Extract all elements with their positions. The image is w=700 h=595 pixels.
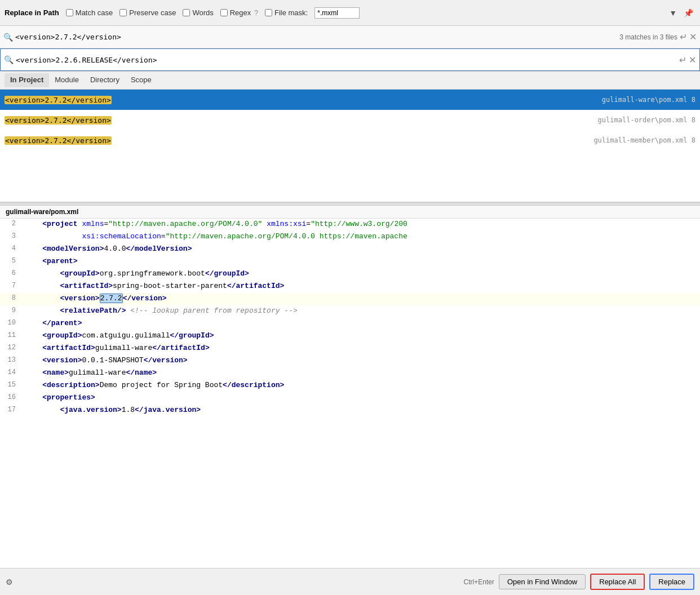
tab-module[interactable]: Module bbox=[49, 73, 85, 87]
code-line-8: 8 <version>2.7.2</version> bbox=[0, 293, 700, 305]
replace-button[interactable]: Replace bbox=[649, 574, 694, 590]
code-line-6: 6 <groupId>org.springframework.boot</gro… bbox=[0, 268, 700, 281]
result-file-1: gulimall-order\pom.xml 8 bbox=[598, 116, 695, 124]
scope-tabs: In Project Module Directory Scope bbox=[0, 72, 700, 90]
file-mask-checkbox-group[interactable]: File mask: bbox=[265, 8, 308, 17]
search-section: 🔍 3 matches in 3 files ↵ ✕ 🔍 ↵ ✕ bbox=[0, 26, 700, 72]
code-line-13: 13 <version>0.0.1-SNAPSHOT</version> bbox=[0, 355, 700, 367]
line-number: 13 bbox=[0, 355, 23, 364]
match-case-label: Match case bbox=[76, 8, 113, 17]
preserve-case-checkbox-group[interactable]: Preserve case bbox=[119, 8, 176, 17]
file-path-prefix: gulimall-ware/ bbox=[6, 208, 51, 216]
line-number: 4 bbox=[0, 243, 23, 252]
code-content: <properties> bbox=[23, 392, 700, 403]
find-clear-icon[interactable]: ✕ bbox=[689, 32, 697, 42]
result-file-0: gulimall-ware\pom.xml 8 bbox=[602, 96, 695, 104]
line-number: 17 bbox=[0, 405, 23, 414]
code-line-7: 7 <artifactId>spring-boot-starter-parent… bbox=[0, 281, 700, 293]
match-case-checkbox-group[interactable]: Match case bbox=[66, 8, 113, 17]
find-input[interactable] bbox=[15, 33, 617, 41]
bottom-left-section: ⚙ bbox=[6, 578, 13, 587]
code-line-15: 15 <description>Demo project for Spring … bbox=[0, 380, 700, 392]
preserve-case-checkbox[interactable] bbox=[119, 9, 127, 16]
result-row[interactable]: <version>2.7.2</version> gulimall-ware\p… bbox=[0, 90, 700, 110]
line-number: 16 bbox=[0, 392, 23, 401]
line-number: 10 bbox=[0, 318, 23, 327]
line-number: 2 bbox=[0, 219, 23, 228]
code-content: <modelVersion>4.0.0</modelVersion> bbox=[23, 243, 700, 254]
code-content: <project xmlns="http://maven.apache.org/… bbox=[23, 219, 700, 229]
result-highlight-0: <version>2.7.2</version> bbox=[5, 96, 112, 104]
replace-all-button[interactable]: Replace All bbox=[590, 574, 645, 590]
line-number: 15 bbox=[0, 380, 23, 389]
regex-help-icon: ? bbox=[254, 9, 258, 17]
words-checkbox-group[interactable]: Words bbox=[183, 8, 213, 17]
replace-row: 🔍 ↵ ✕ bbox=[0, 48, 700, 71]
words-label: Words bbox=[192, 8, 213, 17]
match-case-checkbox[interactable] bbox=[66, 9, 73, 16]
result-row[interactable]: <version>2.7.2</version> gulimall-member… bbox=[0, 130, 700, 150]
tab-in-project[interactable]: In Project bbox=[5, 73, 49, 87]
toolbar-title: Replace in Path bbox=[5, 8, 59, 17]
code-line-10: 10 </parent> bbox=[0, 318, 700, 330]
file-mask-input[interactable] bbox=[314, 7, 360, 19]
code-content: <artifactId>spring-boot-starter-parent</… bbox=[23, 281, 700, 291]
code-content: <parent> bbox=[23, 256, 700, 267]
replace-search-icon: 🔍 bbox=[4, 55, 14, 64]
code-content: <version>2.7.2</version> bbox=[23, 293, 700, 304]
line-number: 8 bbox=[0, 293, 23, 302]
code-line-17: 17 <java.version>1.8</java.version> bbox=[0, 405, 700, 417]
toolbar-icons: ▼ 📌 bbox=[667, 7, 695, 19]
ctrl-enter-label: Ctrl+Enter bbox=[464, 578, 494, 586]
code-line-16: 16 <properties> bbox=[0, 392, 700, 405]
file-mask-checkbox[interactable] bbox=[265, 9, 272, 16]
settings-icon[interactable]: ⚙ bbox=[6, 578, 13, 587]
code-content: <groupId>com.atguigu.gulimall</groupId> bbox=[23, 330, 700, 341]
regex-checkbox[interactable] bbox=[220, 9, 228, 16]
line-number: 5 bbox=[0, 256, 23, 265]
code-content: </parent> bbox=[23, 318, 700, 328]
match-count: 3 matches in 3 files bbox=[619, 33, 677, 41]
code-content: <java.version>1.8</java.version> bbox=[23, 405, 700, 415]
preserve-case-label: Preserve case bbox=[129, 8, 176, 17]
code-editor[interactable]: 2 <project xmlns="http://maven.apache.or… bbox=[0, 219, 700, 483]
pin-icon-btn[interactable]: 📌 bbox=[681, 7, 695, 19]
line-number: 7 bbox=[0, 281, 23, 290]
file-path-filename: pom.xml bbox=[51, 208, 78, 216]
line-number: 14 bbox=[0, 367, 23, 376]
code-content: <groupId>org.springframework.boot</group… bbox=[23, 268, 700, 279]
bottom-bar: ⚙ Ctrl+Enter Open in Find Window Replace… bbox=[0, 568, 700, 595]
filter-icon-btn[interactable]: ▼ bbox=[667, 7, 679, 19]
code-content: <version>0.0.1-SNAPSHOT</version> bbox=[23, 355, 700, 366]
result-text: <version>2.7.2</version> bbox=[5, 116, 112, 125]
line-number: 9 bbox=[0, 305, 23, 314]
toolbar: Replace in Path Match case Preserve case… bbox=[0, 0, 700, 26]
code-content: <artifactId>gulimall-ware</artifactId> bbox=[23, 343, 700, 353]
tab-directory[interactable]: Directory bbox=[85, 73, 125, 87]
replace-enter-icon[interactable]: ↵ bbox=[679, 55, 686, 65]
find-search-icon: 🔍 bbox=[3, 33, 13, 42]
file-path-bar: gulimall-ware/pom.xml bbox=[0, 206, 700, 219]
result-text: <version>2.7.2</version> bbox=[5, 136, 112, 145]
regex-label: Regex bbox=[230, 8, 251, 17]
code-line-5: 5 <parent> bbox=[0, 256, 700, 268]
code-line-11: 11 <groupId>com.atguigu.gulimall</groupI… bbox=[0, 330, 700, 343]
replace-input[interactable] bbox=[16, 56, 677, 64]
open-find-window-button[interactable]: Open in Find Window bbox=[499, 574, 586, 589]
code-content: <name>gulimall-ware</name> bbox=[23, 367, 700, 378]
result-highlight-2: <version>2.7.2</version> bbox=[5, 136, 112, 145]
find-enter-icon[interactable]: ↵ bbox=[680, 32, 687, 42]
code-line-4: 4 <modelVersion>4.0.0</modelVersion> bbox=[0, 243, 700, 256]
code-line-3: 3 xsi:schemaLocation="http://maven.apach… bbox=[0, 231, 700, 243]
regex-checkbox-group[interactable]: Regex ? bbox=[220, 8, 258, 17]
find-row: 🔍 3 matches in 3 files ↵ ✕ bbox=[0, 26, 700, 48]
code-line-2: 2 <project xmlns="http://maven.apache.or… bbox=[0, 219, 700, 231]
words-checkbox[interactable] bbox=[183, 9, 190, 16]
file-mask-label: File mask: bbox=[274, 8, 308, 17]
code-line-12: 12 <artifactId>gulimall-ware</artifactId… bbox=[0, 343, 700, 355]
replace-clear-icon[interactable]: ✕ bbox=[689, 55, 696, 65]
result-row[interactable]: <version>2.7.2</version> gulimall-order\… bbox=[0, 110, 700, 130]
tab-scope[interactable]: Scope bbox=[125, 73, 157, 87]
results-list[interactable]: <version>2.7.2</version> gulimall-ware\p… bbox=[0, 90, 700, 202]
code-content: <description>Demo project for Spring Boo… bbox=[23, 380, 700, 390]
